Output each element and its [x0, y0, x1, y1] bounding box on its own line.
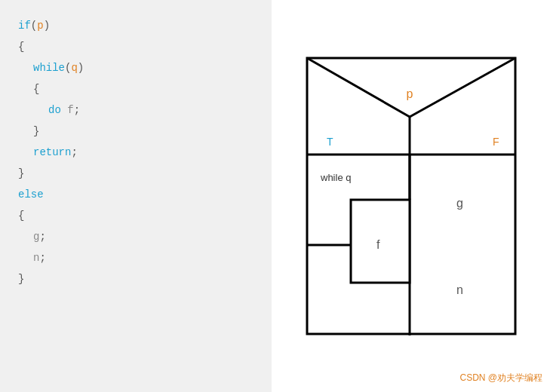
label-F: F	[493, 136, 499, 148]
code-line-7: return;	[18, 142, 253, 163]
code-line-6: }	[18, 121, 253, 142]
var-q: q	[71, 62, 77, 74]
var-f: f	[67, 104, 73, 116]
code-block: if(p) { while(q) { do f; } return; } els…	[18, 15, 253, 289]
watermark: CSDN @劝夫学编程	[459, 372, 542, 384]
keyword-return: return	[33, 146, 71, 158]
code-line-2: {	[18, 36, 253, 57]
code-line-4: {	[18, 78, 253, 100]
keyword-while: while	[33, 62, 65, 74]
keyword-do: do	[48, 104, 61, 116]
svg-rect-7	[351, 200, 410, 283]
code-line-12: n;	[18, 247, 253, 268]
code-line-5: do f;	[18, 100, 253, 121]
label-p: p	[406, 87, 413, 100]
var-p: p	[37, 20, 43, 32]
label-g: g	[456, 197, 463, 210]
label-T: T	[327, 136, 333, 148]
keyword-if: if	[18, 20, 31, 32]
watermark-text: CSDN @劝夫学编程	[459, 372, 542, 383]
code-line-1: if(p)	[18, 15, 253, 36]
label-f: f	[376, 238, 380, 251]
code-line-9: else	[18, 184, 253, 205]
code-line-10: {	[18, 205, 253, 226]
keyword-else: else	[18, 188, 44, 201]
code-line-3: while(q)	[18, 57, 253, 78]
label-n: n	[456, 283, 463, 296]
label-while-q: while q	[320, 172, 351, 183]
code-panel: if(p) { while(q) { do f; } return; } els…	[0, 0, 272, 392]
code-line-8: }	[18, 163, 253, 184]
code-line-11: g;	[18, 226, 253, 247]
code-line-13: }	[18, 268, 253, 289]
flowchart-svg: p T F while q g f n	[306, 57, 517, 335]
diagram-panel: p T F while q g f n CSDN @劝夫学编程	[272, 0, 550, 392]
flowchart-diagram: p T F while q g f n	[306, 57, 517, 335]
